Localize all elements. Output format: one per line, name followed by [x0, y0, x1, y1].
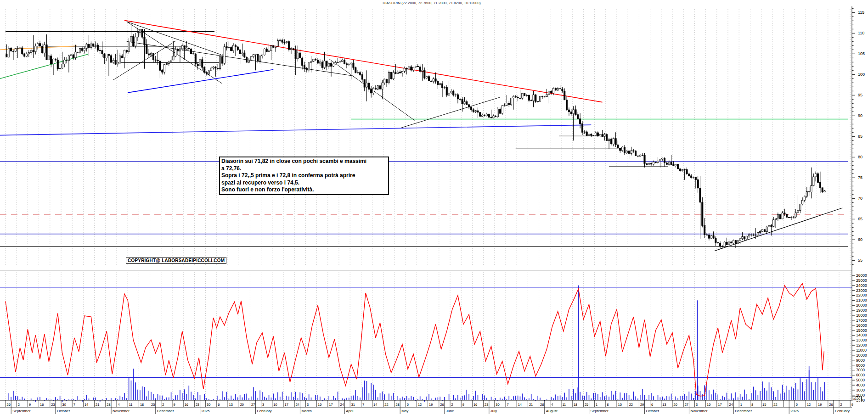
candle-body [802, 200, 803, 204]
candle-body [297, 53, 299, 59]
candle-body [295, 50, 296, 59]
candle-body [326, 61, 327, 66]
candles-layer [6, 21, 825, 249]
price-axis-label: 55 [858, 258, 862, 263]
candle-body [479, 112, 481, 117]
volume-axis-label: 9000 [856, 358, 865, 363]
price-axis-label: 105 [858, 51, 865, 56]
annotation-line: Sopra i 72,,5 prima e i 72,8 in conferma… [221, 172, 387, 179]
candle-body [170, 60, 172, 62]
candle-body [719, 243, 721, 246]
price-axis-label: 85 [858, 134, 862, 139]
candle-body [580, 119, 581, 124]
day-tick-label: 17 [718, 403, 721, 407]
candle-body [602, 134, 603, 137]
candle-body [181, 45, 183, 49]
candle-body [708, 235, 710, 238]
candle-body [535, 95, 536, 101]
candle-body [95, 45, 96, 45]
candle-body [697, 180, 699, 188]
candle-body [113, 60, 114, 62]
price-axis-label: 70 [858, 196, 862, 201]
day-tick-label: 15 [762, 403, 766, 407]
candle-body [195, 54, 196, 64]
candle-body [213, 67, 214, 68]
candle-body [437, 81, 439, 85]
month-label: June [446, 409, 454, 413]
candle-body [250, 57, 252, 60]
month-label: 2025 [202, 409, 210, 413]
candle-body [490, 117, 492, 118]
candle-body [317, 60, 318, 63]
candle-body [440, 84, 441, 85]
candle-body [775, 218, 776, 219]
day-tick-label: 21 [96, 403, 99, 407]
candle-body [459, 99, 461, 100]
candle-body [70, 55, 72, 56]
candle-body [782, 213, 783, 219]
candle-body [77, 52, 79, 52]
candle-body [497, 109, 498, 117]
candle-body [244, 53, 245, 57]
day-tick-label: 2 [840, 403, 842, 407]
trendline-jun-aug-uptrend [401, 97, 500, 128]
day-tick-label: 1 [596, 403, 597, 407]
volume-axis-label: 25000 [856, 278, 867, 283]
candle-body [499, 109, 501, 113]
candle-body [346, 64, 347, 65]
candle-body [533, 95, 534, 101]
candle-body [390, 72, 392, 78]
candle-body [288, 42, 290, 50]
candle-body [650, 163, 652, 164]
candle-body [282, 40, 283, 42]
trendline-blue-ma [0, 125, 591, 135]
candle-body [68, 56, 69, 61]
candle-body [657, 161, 659, 163]
candle-body [422, 70, 423, 72]
candle-body [477, 111, 479, 112]
candle-body [584, 132, 585, 132]
price-axis-label: 115 [858, 10, 864, 15]
day-tick-label: 9 [29, 403, 31, 407]
candle-body [773, 220, 774, 227]
candle-body [52, 59, 54, 64]
candle-body [559, 89, 561, 89]
candle-body [150, 53, 152, 55]
candle-body [379, 86, 381, 89]
day-tick-label: 10 [273, 403, 277, 407]
candle-body [162, 70, 163, 72]
candle-body [506, 103, 507, 106]
candle-body [706, 235, 707, 235]
day-tick-label: 2 [18, 403, 20, 407]
candle-body [59, 68, 61, 69]
candle-body [357, 73, 359, 73]
month-label: September [591, 409, 609, 413]
candle-body [273, 45, 274, 47]
day-tick-label: 29 [640, 403, 644, 407]
candle-body [695, 177, 696, 180]
candle-body [686, 169, 688, 173]
candle-body [555, 88, 556, 90]
day-tick-label: 30 [207, 403, 210, 407]
day-tick-label: 2 [451, 403, 453, 407]
candle-body [524, 93, 525, 95]
volume-axis-label: 19000 [856, 308, 867, 313]
price-volume-chart: 5560657075808590951001051101151000200030… [0, 0, 868, 414]
candle-body [22, 48, 23, 54]
candle-body [784, 213, 785, 214]
candle-body [519, 98, 521, 99]
candle-body [310, 62, 312, 63]
candle-body [237, 47, 238, 50]
candle-body [441, 84, 443, 88]
candle-body [48, 56, 50, 60]
day-tick-label: 14 [373, 403, 377, 407]
volume-axis-label: 7000 [856, 368, 865, 372]
volume-bars-layer [6, 285, 824, 402]
candle-body [88, 44, 90, 48]
candle-body [564, 91, 565, 100]
candle-body [186, 48, 187, 50]
candle-body [11, 48, 12, 51]
day-tick-label: 9 [851, 403, 853, 407]
day-tick-label: 4 [118, 403, 120, 407]
candle-body [693, 177, 694, 178]
